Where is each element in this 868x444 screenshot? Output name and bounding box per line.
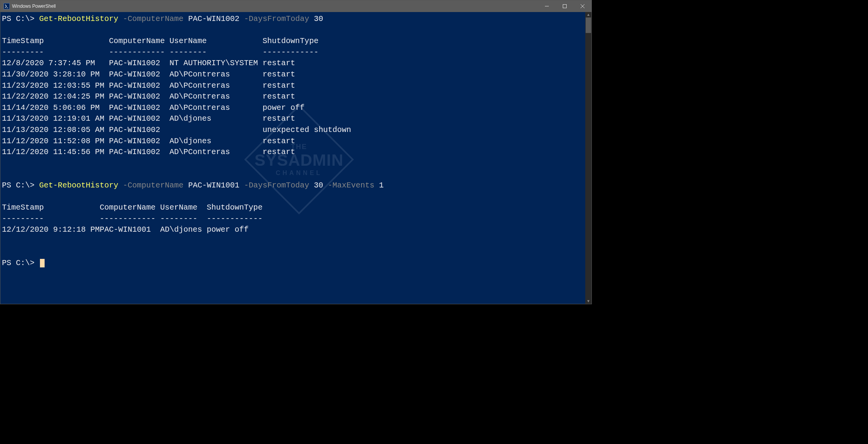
table-divider: --------- ------------ -------- --------… — [2, 213, 584, 225]
powershell-icon — [3, 3, 10, 9]
prompt-line: PS C:\> — [2, 258, 584, 269]
blank-line — [2, 169, 584, 180]
argument-value: 30 — [314, 181, 323, 190]
blank-line — [2, 25, 584, 36]
cmdlet: Get-RebootHistory — [39, 181, 118, 190]
argument-value: 1 — [379, 181, 384, 190]
parameter: -ComputerName — [123, 14, 183, 23]
vertical-scrollbar[interactable]: ▲ ▼ — [585, 12, 591, 304]
svg-rect-0 — [563, 5, 567, 8]
console-area: THE SYSADMIN CHANNEL PS C:\> Get-RebootH… — [0, 12, 591, 304]
table-row: 11/23/2020 12:03:55 PM PAC-WIN1002 AD\PC… — [2, 80, 584, 92]
scroll-up-icon[interactable]: ▲ — [585, 12, 591, 17]
table-row: 11/14/2020 5:06:06 PM PAC-WIN1002 AD\PCo… — [2, 102, 584, 114]
table-row: 11/22/2020 12:04:25 PM PAC-WIN1002 AD\PC… — [2, 91, 584, 102]
table-row: 11/13/2020 12:19:01 AM PAC-WIN1002 AD\dj… — [2, 113, 584, 125]
parameter: -ComputerName — [123, 181, 183, 190]
window-title: Windows PowerShell — [12, 3, 56, 9]
prompt: PS C:\> — [2, 181, 39, 190]
cmdlet: Get-RebootHistory — [39, 14, 118, 23]
argument-value: PAC-WIN1002 — [188, 14, 239, 23]
command-line: PS C:\> Get-RebootHistory -ComputerName … — [2, 180, 584, 191]
window-titlebar: Windows PowerShell — [0, 0, 591, 12]
blank-line — [2, 246, 584, 258]
parameter: -DaysFromToday — [244, 14, 309, 23]
blank-line — [2, 158, 584, 169]
minimize-button[interactable] — [538, 0, 556, 12]
argument-value: 30 — [314, 14, 323, 23]
console-output[interactable]: PS C:\> Get-RebootHistory -ComputerName … — [0, 12, 585, 304]
table-header: TimeStamp ComputerName UserName Shutdown… — [2, 36, 584, 47]
argument-value: PAC-WIN1001 — [188, 181, 239, 190]
blank-line — [2, 236, 584, 247]
table-row: 11/30/2020 3:28:10 PM PAC-WIN1002 AD\PCo… — [2, 69, 584, 80]
prompt: PS C:\> — [2, 258, 39, 267]
table-row: 11/12/2020 11:52:08 PM PAC-WIN1002 AD\dj… — [2, 136, 584, 147]
table-row: 11/12/2020 11:45:56 PM PAC-WIN1002 AD\PC… — [2, 147, 584, 158]
table-row: 12/12/2020 9:12:18 PMPAC-WIN1001 AD\djon… — [2, 224, 584, 236]
table-row: 11/13/2020 12:08:05 AM PAC-WIN1002 unexp… — [2, 125, 584, 136]
command-line: PS C:\> Get-RebootHistory -ComputerName … — [2, 14, 584, 25]
prompt: PS C:\> — [2, 14, 39, 23]
cursor — [40, 259, 45, 267]
blank-line — [2, 191, 584, 203]
table-header: TimeStamp ComputerName UserName Shutdown… — [2, 202, 584, 213]
table-divider: --------- ------------ -------- --------… — [2, 47, 584, 58]
maximize-button[interactable] — [556, 0, 574, 12]
parameter: -DaysFromToday — [244, 181, 309, 190]
scroll-thumb[interactable] — [586, 17, 591, 33]
parameter: -MaxEvents — [328, 181, 374, 190]
table-row: 12/8/2020 7:37:45 PM PAC-WIN1002 NT AUTH… — [2, 58, 584, 69]
scroll-down-icon[interactable]: ▼ — [585, 298, 591, 304]
close-button[interactable] — [574, 0, 591, 12]
